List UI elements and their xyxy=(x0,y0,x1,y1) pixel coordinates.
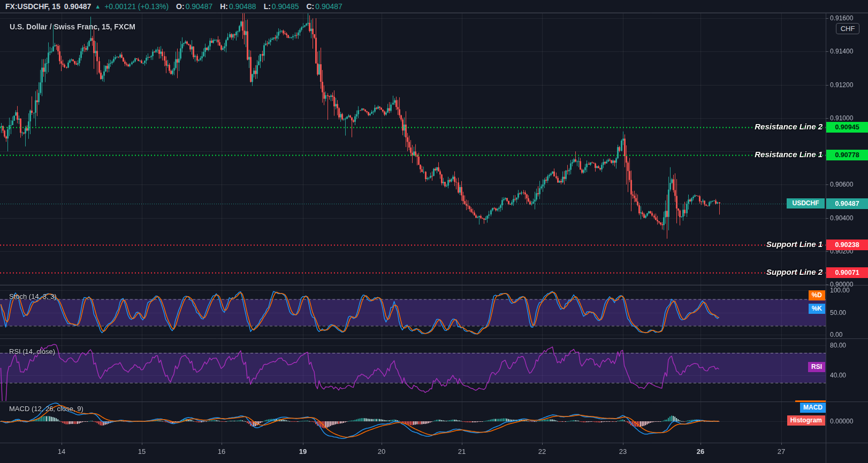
stoch-tick-label: 100.00 xyxy=(830,287,850,294)
stoch-tick-label: 50.00 xyxy=(830,309,846,317)
tradingview-chart-window: FX:USDCHF, 15 0.90487 ▲ +0.00121 (+0.13%… xyxy=(0,0,868,463)
resistance-line-1-label[interactable]: Resistance Line 1 xyxy=(755,150,823,159)
open-value-group: O: 0.90487 xyxy=(176,2,212,11)
low-label: L: xyxy=(264,2,271,11)
rsi-tag: RSI xyxy=(808,362,825,372)
price-tick-label: 0.90400 xyxy=(830,214,853,222)
macd-signal-strip xyxy=(795,400,826,402)
high-value: 0.90488 xyxy=(229,2,256,11)
time-axis-label: 16 xyxy=(218,447,225,456)
time-axis-label: 23 xyxy=(619,447,627,456)
close-value-group: C: 0.90487 xyxy=(306,2,342,11)
low-value-group: L: 0.90485 xyxy=(264,2,299,11)
close-label: C: xyxy=(306,2,314,11)
macd-histogram-tag: Histogram xyxy=(787,415,825,426)
last-price-tag: 0.90487 xyxy=(826,198,868,209)
time-axis-label: 19 xyxy=(299,447,307,456)
stoch-d-tag: %D xyxy=(809,290,825,300)
open-label: O: xyxy=(176,2,185,11)
stoch-tick-label: 0.00 xyxy=(830,331,842,338)
rsi-indicator-title[interactable]: RSI (14, close) xyxy=(9,348,55,356)
currency-chf-button[interactable]: CHF xyxy=(836,23,859,34)
rsi-tick-label: 40.00 xyxy=(830,372,846,379)
price-tick-label: 0.90600 xyxy=(830,181,853,188)
rsi-tick-label: 80.00 xyxy=(830,342,846,349)
support-line-2-price-tag: 0.90071 xyxy=(826,267,868,278)
macd-tick-label: 0.00000 xyxy=(830,418,853,425)
low-value: 0.90485 xyxy=(272,2,299,11)
last-price-value: 0.90487 xyxy=(64,2,92,11)
price-tick-label: 0.91600 xyxy=(830,14,853,22)
resistance-line-2-price-tag: 0.90945 xyxy=(826,122,868,133)
support-line-1-price-tag: 0.90238 xyxy=(826,240,868,250)
time-axis-label: 22 xyxy=(538,447,546,456)
stoch-k-tag: %K xyxy=(809,304,825,314)
support-line-1-label[interactable]: Support Line 1 xyxy=(766,240,823,249)
chart-title: U.S. Dollar / Swiss Franc, 15, FXCM xyxy=(10,22,135,31)
high-label: H: xyxy=(220,2,228,11)
symbol-price-line-tag: USDCHF xyxy=(787,198,825,209)
chart-canvas[interactable] xyxy=(0,0,868,463)
price-tick-label: 0.91400 xyxy=(830,48,853,55)
up-triangle-icon: ▲ xyxy=(95,3,101,10)
open-value: 0.90487 xyxy=(186,2,213,11)
resistance-line-2-label[interactable]: Resistance Line 2 xyxy=(755,122,823,131)
symbol-info-bar: FX:USDCHF, 15 0.90487 ▲ +0.00121 (+0.13%… xyxy=(0,0,868,13)
time-axis-label: 21 xyxy=(458,447,466,456)
price-tick-label: 0.91200 xyxy=(830,81,853,89)
symbol-name[interactable]: FX:USDCHF, 15 xyxy=(5,2,60,11)
close-value: 0.90487 xyxy=(315,2,342,11)
resistance-line-1-price-tag: 0.90778 xyxy=(826,150,868,160)
price-change: +0.00121 (+0.13%) xyxy=(104,2,169,11)
time-axis-label: 26 xyxy=(697,447,704,456)
high-value-group: H: 0.90488 xyxy=(220,2,256,11)
support-line-2-label[interactable]: Support Line 2 xyxy=(766,267,823,276)
time-axis[interactable] xyxy=(0,443,868,463)
macd-tag: MACD xyxy=(800,403,826,413)
stoch-indicator-title[interactable]: Stoch (14, 3, 3) xyxy=(9,292,57,300)
time-axis-label: 27 xyxy=(778,447,785,456)
time-axis-label: 20 xyxy=(378,447,385,456)
macd-indicator-title[interactable]: MACD (12, 26, close, 9) xyxy=(9,405,83,413)
price-tick-label: 0.91000 xyxy=(830,114,853,122)
time-axis-label: 15 xyxy=(138,447,146,456)
time-axis-label: 14 xyxy=(58,447,65,456)
